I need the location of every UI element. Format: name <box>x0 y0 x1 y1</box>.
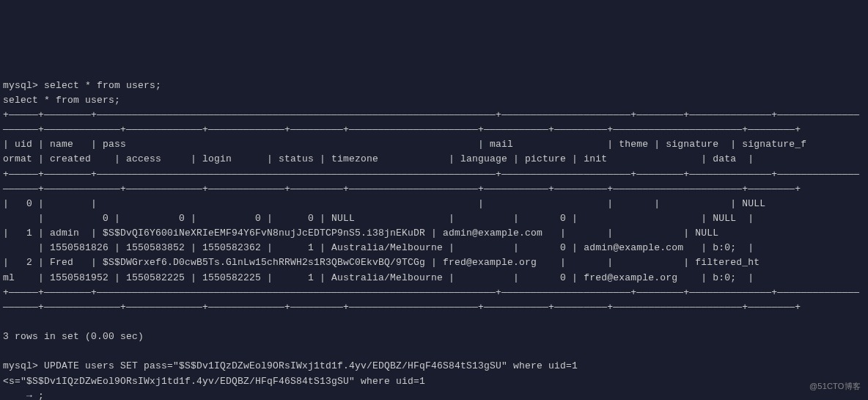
echo-line: select * from users; <box>3 95 120 106</box>
table-border: +—————+————————+————————————————————————… <box>3 287 859 298</box>
watermark: @51CTO博客 <box>809 380 861 393</box>
query-line: mysql> select * from users; <box>3 80 161 91</box>
table-row: | 1 | admin | $S$DvQI6Y600iNeXRIeEMF94Y6… <box>3 228 760 239</box>
table-header: ormat | created | access | login | statu… <box>3 153 754 164</box>
table-header: | uid | name | pass | mail | theme | sig… <box>3 139 806 150</box>
table-row: | 1550581826 | 1550583852 | 1550582362 |… <box>3 242 754 253</box>
query-line: mysql> UPDATE users SET pass="$S$Dv1IQzD… <box>3 360 578 371</box>
table-border: ——————+—————————————+—————————————+—————… <box>3 124 801 135</box>
table-border: ——————+—————————————+—————————————+—————… <box>3 302 801 313</box>
row-count: 3 rows in set (0.00 sec) <box>3 331 144 342</box>
table-row: | 0 | 0 | 0 | 0 | NULL | | 0 | | NULL | <box>3 213 754 224</box>
table-row: ml | 1550581952 | 1550582225 | 155058222… <box>3 272 754 283</box>
table-border: +—————+————————+————————————————————————… <box>3 109 859 120</box>
terminal-output: mysql> select * from users; select * fro… <box>3 64 865 400</box>
table-border: +—————+————————+————————————————————————… <box>3 169 859 180</box>
table-border: ——————+—————————————+—————————————+—————… <box>3 183 801 194</box>
table-row: | 2 | Fred | $S$DWGrxef6.D0cwB5Ts.GlnLw1… <box>3 257 760 268</box>
echo-line: <s="$S$Dv1IQzDZwEol9ORsIWxj1td1f.4yv/EDQ… <box>3 376 425 387</box>
continuation-line: → ; <box>3 390 44 400</box>
table-row: | 0 | | | | | | NULL <box>3 198 806 209</box>
